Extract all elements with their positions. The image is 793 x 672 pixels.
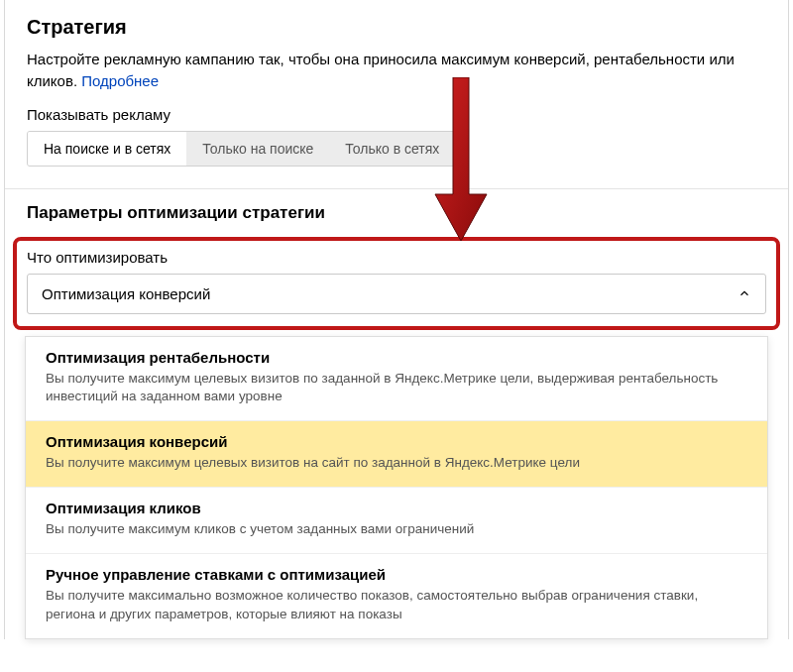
option-profitability[interactable]: Оптимизация рентабельности Вы получите м… <box>26 337 767 422</box>
show-ads-segment: На поиске и в сетях Только на поиске Тол… <box>27 131 456 167</box>
seg-networks-only[interactable]: Только в сетях <box>329 132 455 166</box>
more-link[interactable]: Подробнее <box>81 72 159 89</box>
optimize-select[interactable]: Оптимизация конверсий <box>27 274 766 314</box>
chevron-up-icon <box>737 286 751 300</box>
option-title: Оптимизация рентабельности <box>46 349 747 366</box>
option-desc: Вы получите максимум целевых визитов на … <box>46 454 747 473</box>
optimize-label: Что оптимизировать <box>27 249 766 266</box>
seg-search-and-networks[interactable]: На поиске и в сетях <box>28 132 186 166</box>
seg-search-only[interactable]: Только на поиске <box>186 132 329 166</box>
optimize-dropdown: Оптимизация рентабельности Вы получите м… <box>25 336 768 639</box>
option-desc: Вы получите максимально возможное количе… <box>46 587 747 624</box>
strategy-description: Настройте рекламную кампанию так, чтобы … <box>27 49 766 92</box>
option-desc: Вы получите максимум целевых визитов по … <box>46 370 747 407</box>
option-title: Оптимизация кликов <box>46 500 747 516</box>
option-clicks[interactable]: Оптимизация кликов Вы получите максимум … <box>26 488 767 554</box>
show-ads-label: Показывать рекламу <box>27 106 766 123</box>
option-manual-bids[interactable]: Ручное управление ставками с оптимизацие… <box>26 554 767 638</box>
strategy-heading: Стратегия <box>27 16 766 39</box>
option-conversions[interactable]: Оптимизация конверсий Вы получите максим… <box>26 421 767 488</box>
option-title: Ручное управление ставками с оптимизацие… <box>46 566 747 583</box>
params-heading: Параметры оптимизации стратегии <box>5 189 788 233</box>
option-desc: Вы получите максимум кликов с учетом зад… <box>46 520 747 539</box>
optimize-highlight: Что оптимизировать Оптимизация конверсий <box>13 237 780 330</box>
optimize-select-value: Оптимизация конверсий <box>42 285 210 302</box>
option-title: Оптимизация конверсий <box>46 433 747 450</box>
